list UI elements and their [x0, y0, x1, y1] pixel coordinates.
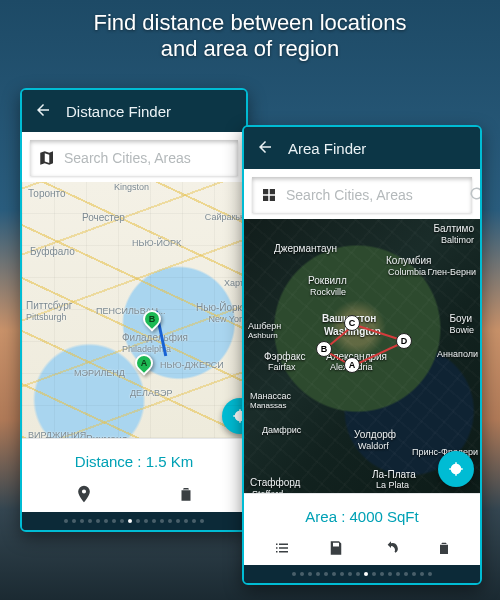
map-label: Kingston [114, 182, 149, 192]
map-label: Манассас [250, 391, 291, 401]
map-label: Харт [224, 278, 244, 288]
map-label: ДЕЛАВЭР [130, 388, 172, 398]
locate-fab[interactable] [438, 451, 474, 487]
map-label: Bowie [449, 325, 474, 335]
map-label: Буффало [30, 246, 75, 257]
map-canvas-satellite[interactable]: Балтимо Baltimor Джермантаун Колумбия Co… [244, 219, 480, 493]
appbar-title: Area Finder [288, 140, 366, 157]
map-label: Нью-Йорк [196, 302, 242, 313]
back-icon[interactable] [256, 138, 274, 159]
map-label: МЭРИЛЕНД [74, 368, 125, 378]
map-label: Торонто [28, 188, 66, 199]
map-label: Глен-Берни [427, 267, 476, 277]
phone-distance: Distance Finder Торонто Kingston Рочесте… [20, 88, 248, 532]
map-label: Pittsburgh [26, 312, 67, 322]
search-bar[interactable] [252, 177, 472, 213]
map-label: Fairfax [268, 362, 296, 372]
map-label: НЬЮ-ЙОРК [132, 238, 181, 248]
map-label: Боуи [449, 313, 472, 324]
back-icon[interactable] [34, 101, 52, 122]
map-label: Фэрфакс [264, 351, 306, 362]
map-label: La Plata [376, 480, 409, 490]
area-node-a[interactable]: A [344, 357, 360, 373]
map-label: Manassas [250, 401, 286, 410]
area-node-d[interactable]: D [396, 333, 412, 349]
appbar-title: Distance Finder [66, 103, 171, 120]
map-label: ВИРДЖИНИЯ [28, 430, 86, 438]
map-label: Джермантаун [274, 243, 337, 254]
headline-line-1: Find distance between locations [93, 10, 406, 35]
map-label: Уолдорф [354, 429, 396, 440]
save-button[interactable] [327, 539, 345, 557]
map-label: Роквилл [308, 275, 347, 286]
page-indicator [244, 565, 480, 583]
map-icon [38, 149, 56, 167]
map-label: Сайракьк [205, 212, 244, 222]
map-label: Columbia [388, 267, 426, 277]
search-input[interactable] [286, 187, 461, 203]
map-label: Ричмонд [86, 434, 127, 438]
map-label: Ла-Плата [372, 469, 416, 480]
map-label: Стаффорд [250, 477, 300, 488]
map-pin-a[interactable]: A [131, 350, 156, 375]
undo-button[interactable] [381, 540, 401, 556]
map-label: Дамфрис [262, 425, 301, 435]
page-indicator [22, 512, 246, 530]
map-label: Балтимо [433, 223, 474, 234]
map-label: Ashburn [248, 331, 278, 340]
headline-line-2: and area of region [24, 36, 476, 62]
distance-result: Distance : 1.5 Km [28, 445, 240, 480]
satellite-icon [260, 186, 278, 204]
map-label: НЬЮ-ДЖЕРСИ [160, 360, 224, 370]
map-label: New Yor [208, 314, 242, 324]
place-marker-button[interactable] [74, 484, 94, 504]
appbar-distance: Distance Finder [22, 90, 246, 132]
map-label: Stafford [252, 489, 283, 493]
bottom-panel: Distance : 1.5 Km [22, 438, 246, 512]
search-input[interactable] [64, 150, 239, 166]
map-canvas-roads[interactable]: Торонто Kingston Рочестер Сайракьк Буффа… [22, 182, 246, 438]
map-label: Baltimor [441, 235, 474, 245]
bottom-panel: Area : 4000 SqFt [244, 493, 480, 565]
map-label: Waldorf [358, 441, 389, 451]
map-label: Питтсбург [26, 300, 72, 311]
promo-stage: Find distance between locations and area… [0, 0, 500, 600]
appbar-area: Area Finder [244, 127, 480, 169]
area-node-b[interactable]: B [316, 341, 332, 357]
delete-button[interactable] [436, 539, 452, 557]
area-result: Area : 4000 SqFt [250, 500, 474, 535]
delete-button[interactable] [177, 484, 195, 504]
area-node-c[interactable]: C [344, 315, 360, 331]
list-button[interactable] [272, 539, 292, 557]
map-label: Rockville [310, 287, 346, 297]
map-label: Колумбия [386, 255, 431, 266]
map-label: Ашберн [248, 321, 281, 331]
search-bar[interactable] [30, 140, 238, 176]
map-label: Аннаполи [437, 349, 478, 359]
map-label: Рочестер [82, 212, 125, 223]
phone-area: Area Finder Балтимо Baltimor Джермантаун… [242, 125, 482, 585]
map-label: Филадельфия [122, 332, 188, 343]
search-icon[interactable] [469, 186, 482, 204]
headline: Find distance between locations and area… [0, 10, 500, 63]
